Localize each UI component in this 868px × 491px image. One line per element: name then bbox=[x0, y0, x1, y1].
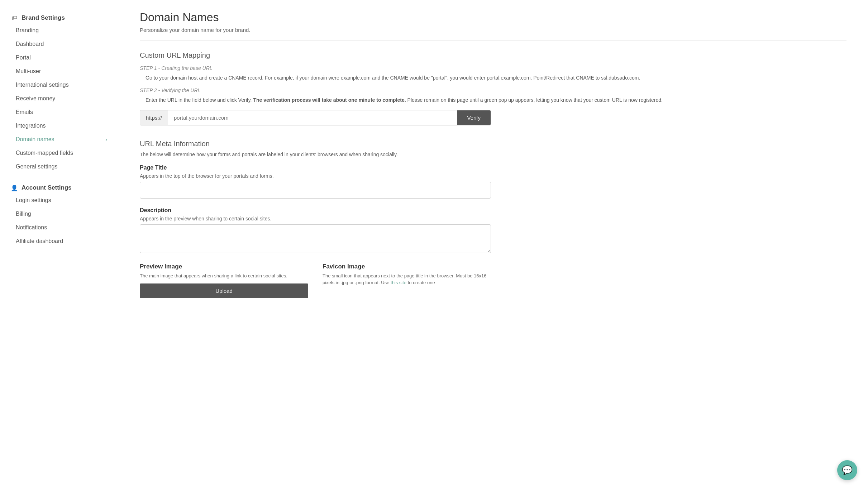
sidebar-item-label: Billing bbox=[16, 211, 31, 217]
chat-button[interactable]: 💬 bbox=[837, 460, 857, 480]
sidebar-item-dashboard[interactable]: Dashboard bbox=[0, 37, 118, 51]
favicon-sublabel-post: to create one bbox=[406, 280, 435, 285]
sidebar-item-integrations[interactable]: Integrations bbox=[0, 119, 118, 133]
sidebar-item-portal[interactable]: Portal bbox=[0, 51, 118, 65]
sidebar-item-label: Portal bbox=[16, 54, 31, 61]
account-settings-section: 👤 Account Settings bbox=[0, 181, 118, 194]
sidebar-item-label: Notifications bbox=[16, 224, 47, 231]
sidebar-item-label: International settings bbox=[16, 82, 69, 88]
page-title-input[interactable] bbox=[140, 182, 491, 199]
step2-text: Enter the URL in the field below and cli… bbox=[140, 96, 846, 104]
sidebar-item-domain-names[interactable]: Domain names › bbox=[0, 133, 118, 146]
sidebar-item-branding[interactable]: Branding bbox=[0, 24, 118, 37]
sidebar-item-label: Emails bbox=[16, 109, 33, 115]
favicon-image-sublabel: The small icon that appears next to the … bbox=[323, 272, 491, 286]
chevron-right-icon: › bbox=[105, 137, 107, 142]
sidebar-item-billing[interactable]: Billing bbox=[0, 207, 118, 221]
sidebar-item-custom-mapped-fields[interactable]: Custom-mapped fields bbox=[0, 146, 118, 160]
favicon-link[interactable]: this site bbox=[391, 280, 406, 285]
upload-preview-button[interactable]: Upload bbox=[140, 283, 308, 298]
sidebar-item-label: Custom-mapped fields bbox=[16, 150, 73, 156]
page-title: Domain Names bbox=[140, 11, 846, 24]
preview-image-label: Preview Image bbox=[140, 263, 308, 270]
step1-label: STEP 1 - Creating the base URL bbox=[140, 65, 846, 71]
page-subtitle: Personalize your domain name for your br… bbox=[140, 27, 846, 33]
step2-bold: The verification process will take about… bbox=[253, 97, 406, 103]
brand-settings-section: 🏷 Brand Settings bbox=[0, 11, 118, 24]
sidebar-item-label: Multi-user bbox=[16, 68, 41, 75]
sidebar-item-label: Domain names bbox=[16, 136, 54, 143]
sidebar-item-emails[interactable]: Emails bbox=[0, 105, 118, 119]
sidebar: 🏷 Brand Settings Branding Dashboard Port… bbox=[0, 0, 118, 491]
sidebar-item-affiliate-dashboard[interactable]: Affiliate dashboard bbox=[0, 234, 118, 248]
custom-url-section: Custom URL Mapping STEP 1 - Creating the… bbox=[140, 51, 846, 125]
sidebar-item-receive-money[interactable]: Receive money bbox=[0, 92, 118, 105]
favicon-image-label: Favicon Image bbox=[323, 263, 491, 270]
favicon-image-section: Favicon Image The small icon that appear… bbox=[323, 263, 491, 299]
sidebar-item-international-settings[interactable]: International settings bbox=[0, 78, 118, 92]
sidebar-item-label: Affiliate dashboard bbox=[16, 238, 63, 244]
description-label: Description bbox=[140, 207, 846, 214]
sidebar-item-label: Dashboard bbox=[16, 41, 44, 47]
sidebar-item-label: Branding bbox=[16, 27, 39, 34]
brand-settings-label: Brand Settings bbox=[22, 14, 65, 22]
url-meta-desc: The below will determine how your forms … bbox=[140, 152, 846, 157]
step1-text: Go to your domain host and create a CNAM… bbox=[140, 74, 846, 82]
image-upload-grid: Preview Image The main image that appear… bbox=[140, 263, 491, 299]
description-textarea[interactable] bbox=[140, 224, 491, 253]
description-sublabel: Appears in the preview when sharing to c… bbox=[140, 216, 846, 221]
account-settings-label: Account Settings bbox=[22, 184, 72, 191]
page-title-sublabel: Appears in the top of the browser for yo… bbox=[140, 173, 846, 179]
tag-icon: 🏷 bbox=[11, 14, 18, 22]
sidebar-item-label: Receive money bbox=[16, 95, 55, 102]
user-icon: 👤 bbox=[11, 184, 18, 191]
sidebar-item-notifications[interactable]: Notifications bbox=[0, 221, 118, 234]
preview-image-sublabel: The main image that appears when sharing… bbox=[140, 272, 308, 280]
step2-post: Please remain on this page until a green… bbox=[406, 97, 663, 103]
url-input[interactable] bbox=[168, 110, 457, 125]
sidebar-item-label: General settings bbox=[16, 163, 58, 170]
page-title-label: Page Title bbox=[140, 165, 846, 171]
url-input-row: https:// Verify bbox=[140, 110, 491, 125]
sidebar-item-multi-user[interactable]: Multi-user bbox=[0, 65, 118, 78]
sidebar-item-general-settings[interactable]: General settings bbox=[0, 160, 118, 173]
divider bbox=[140, 40, 846, 40]
sidebar-item-label: Integrations bbox=[16, 123, 46, 129]
sidebar-item-label: Login settings bbox=[16, 197, 51, 204]
preview-image-section: Preview Image The main image that appear… bbox=[140, 263, 308, 299]
verify-button[interactable]: Verify bbox=[457, 110, 491, 125]
chat-icon: 💬 bbox=[842, 465, 853, 475]
url-prefix: https:// bbox=[140, 110, 168, 125]
custom-url-title: Custom URL Mapping bbox=[140, 51, 846, 59]
step2-pre: Enter the URL in the field below and cli… bbox=[146, 97, 253, 103]
main-content: Domain Names Personalize your domain nam… bbox=[118, 0, 868, 491]
step2-label: STEP 2 - Verifying the URL bbox=[140, 87, 846, 93]
sidebar-item-login-settings[interactable]: Login settings bbox=[0, 194, 118, 207]
url-meta-section: URL Meta Information The below will dete… bbox=[140, 140, 846, 299]
url-meta-title: URL Meta Information bbox=[140, 140, 846, 148]
